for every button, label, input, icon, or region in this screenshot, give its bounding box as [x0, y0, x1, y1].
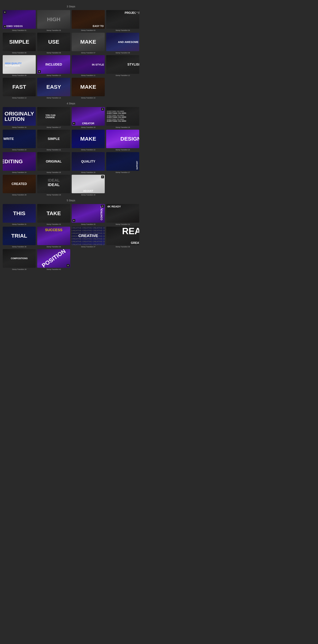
thumb-09[interactable]: HIGH QUALITYRESPONSIVE: [3, 55, 36, 74]
item-28[interactable]: CREATEDStomp Transition 28: [3, 175, 36, 196]
thumb-03[interactable]: EASY TO: [72, 10, 105, 29]
item-07[interactable]: MAKEStomp Transition 07: [72, 33, 105, 54]
thumb-38[interactable]: REAGREAT: [106, 227, 139, 245]
item-19[interactable]: EVERYTHING YOU NEEDEVERYTHING YOU NEEDEV…: [106, 107, 139, 128]
label-17: Stomp Transition 17: [47, 126, 61, 128]
item-27[interactable]: SUPPORTStomp Transition 27: [106, 152, 139, 173]
thumb-06[interactable]: USE: [37, 33, 70, 51]
thumb-29[interactable]: IDEALIDEAL: [37, 175, 70, 194]
item-10[interactable]: INCLUDEDBStomp Transition 10: [37, 55, 70, 76]
item-14[interactable]: EASYStomp Transition 14: [37, 78, 70, 99]
thumb-11[interactable]: IN STYLE: [72, 55, 105, 74]
item-22[interactable]: MAKEStomp Transition 22: [72, 130, 105, 151]
thumb-13[interactable]: FAST: [3, 78, 36, 96]
item-32[interactable]: TAKEStomp Transition 32: [37, 204, 70, 225]
item-37[interactable]: CREATIVE CREATIVE CREATIVE CREATIVE CREA…: [72, 227, 105, 248]
item-23[interactable]: DESIGNStomp Transition 23: [106, 130, 139, 151]
item-16[interactable]: ORIGINALY LUTIONStomp Transition 16: [3, 107, 36, 128]
thumb-16[interactable]: ORIGINALY LUTION: [3, 107, 36, 126]
thumb-26[interactable]: QUALITY: [72, 152, 105, 171]
item-15[interactable]: MAKEStomp Transition 15: [72, 78, 105, 99]
thumb-28[interactable]: CREATED: [3, 175, 36, 194]
thumb-14[interactable]: EASY: [37, 78, 70, 96]
item-04[interactable]: PROJECTSBStomp Transition 04: [106, 10, 139, 31]
thumb-15[interactable]: MAKE: [72, 78, 105, 96]
thumb-30[interactable]: ADJUSTB: [72, 175, 105, 194]
label-40: Stomp Transition 40: [47, 268, 61, 270]
item-38[interactable]: REAGREATStomp Transition 38: [106, 227, 139, 248]
thumb-39[interactable]: COMPOSITIONS: [3, 249, 36, 268]
item-02[interactable]: HIGHStomp Transition 02: [37, 10, 70, 31]
thumb-23[interactable]: DESIGN: [106, 130, 139, 148]
item-31[interactable]: THISStomp Transition 31: [3, 204, 36, 225]
thumb-08[interactable]: AND AWESOME: [106, 33, 139, 51]
label-08: Stomp Transition 08: [116, 52, 130, 54]
item-20[interactable]: WRITEStomp Transition 20: [3, 130, 36, 151]
thumb-22[interactable]: MAKE: [72, 130, 105, 148]
thumb-24[interactable]: EDITING: [3, 152, 36, 171]
badge-tl: B: [4, 11, 6, 14]
thumb-04[interactable]: PROJECTSB: [106, 10, 139, 29]
thumb-10[interactable]: INCLUDEDB: [37, 55, 70, 74]
item-08[interactable]: AND AWESOMEStomp Transition 08: [106, 33, 139, 54]
item-36[interactable]: SUCCESSStomp Transition 36: [37, 227, 70, 248]
label-34: Stomp Transition 34: [116, 224, 130, 225]
badge-tr: B: [136, 11, 139, 14]
thumb-31[interactable]: THIS: [3, 204, 36, 223]
item-01[interactable]: PROMO VIDEOSBBStomp Transition 01: [3, 10, 36, 31]
item-21[interactable]: SIMPLEStomp Transition 21: [37, 130, 70, 151]
item-25[interactable]: ORIGINALStomp Transition 25: [37, 152, 70, 173]
item-30[interactable]: ADJUSTBStomp Transition 30: [72, 175, 105, 196]
item-26[interactable]: QUALITYStomp Transition 26: [72, 152, 105, 173]
item-29[interactable]: IDEALIDEALStomp Transition 29: [37, 175, 70, 196]
label-18: Stomp Transition 18: [81, 126, 95, 128]
thumb-33[interactable]: CONTROLSBB: [72, 204, 105, 223]
item-03[interactable]: EASY TOStomp Transition 03: [72, 10, 105, 31]
thumb-21[interactable]: SIMPLE: [37, 130, 70, 148]
thumb-17[interactable]: YOU CAN CHANGE: [37, 107, 70, 126]
item-33[interactable]: CONTROLSBBStomp Transition 33: [72, 204, 105, 225]
item-05[interactable]: SIMPLEStomp Transition 05: [3, 33, 36, 54]
item-18[interactable]: CREATORBBStomp Transition 18: [72, 107, 105, 128]
thumb-35[interactable]: TRIAL: [3, 227, 36, 245]
label-03: Stomp Transition 03: [81, 30, 95, 31]
thumb-34[interactable]: 4K READY: [106, 204, 139, 223]
label-16: Stomp Transition 16: [12, 126, 27, 128]
thumb-36[interactable]: SUCCESS: [37, 227, 70, 245]
item-40[interactable]: POSITIONBStomp Transition 40: [37, 249, 70, 270]
item-17[interactable]: YOU CAN CHANGEStomp Transition 17: [37, 107, 70, 128]
label-14: Stomp Transition 14: [47, 97, 61, 99]
thumb-25[interactable]: ORIGINAL: [37, 152, 70, 171]
section-title-5-steps: 5 Steps: [3, 199, 139, 202]
badge-bl: B: [38, 70, 41, 73]
thumb-20[interactable]: WRITE: [3, 130, 36, 148]
label-30: Stomp Transition 30: [81, 194, 95, 196]
thumb-40[interactable]: POSITIONB: [37, 249, 70, 268]
thumb-01[interactable]: PROMO VIDEOSBB: [3, 10, 36, 29]
item-34[interactable]: 4K READYStomp Transition 34: [106, 204, 139, 225]
label-24: Stomp Transition 24: [12, 172, 27, 173]
item-35[interactable]: TRIALStomp Transition 35: [3, 227, 36, 248]
thumb-37[interactable]: CREATIVE CREATIVE CREATIVE CREATIVE CREA…: [72, 227, 105, 245]
thumb-27[interactable]: SUPPORT: [106, 152, 139, 171]
item-09[interactable]: HIGH QUALITYRESPONSIVEStomp Transition 0…: [3, 55, 36, 76]
thumb-32[interactable]: TAKE: [37, 204, 70, 223]
label-10: Stomp Transition 10: [47, 74, 61, 76]
label-04: Stomp Transition 04: [116, 30, 130, 31]
item-12[interactable]: STYLISHStomp Transition 12: [106, 55, 139, 76]
thumb-18[interactable]: CREATORBB: [72, 107, 105, 126]
thumb-07[interactable]: MAKE: [72, 33, 105, 51]
item-13[interactable]: FASTStomp Transition 13: [3, 78, 36, 99]
thumb-02[interactable]: HIGH: [37, 10, 70, 29]
label-11: Stomp Transition 11: [81, 74, 95, 76]
label-02: Stomp Transition 02: [47, 30, 61, 31]
thumb-05[interactable]: SIMPLE: [3, 33, 36, 51]
thumb-12[interactable]: STYLISH: [106, 55, 139, 74]
item-06[interactable]: USEStomp Transition 06: [37, 33, 70, 54]
label-06: Stomp Transition 06: [47, 52, 61, 54]
thumb-19[interactable]: EVERYTHING YOU NEEDEVERYTHING YOU NEEDEV…: [106, 107, 139, 126]
label-19: Stomp Transition 19: [116, 126, 130, 128]
item-24[interactable]: EDITINGStomp Transition 24: [3, 152, 36, 173]
item-11[interactable]: IN STYLEStomp Transition 11: [72, 55, 105, 76]
item-39[interactable]: COMPOSITIONSStomp Transition 39: [3, 249, 36, 270]
